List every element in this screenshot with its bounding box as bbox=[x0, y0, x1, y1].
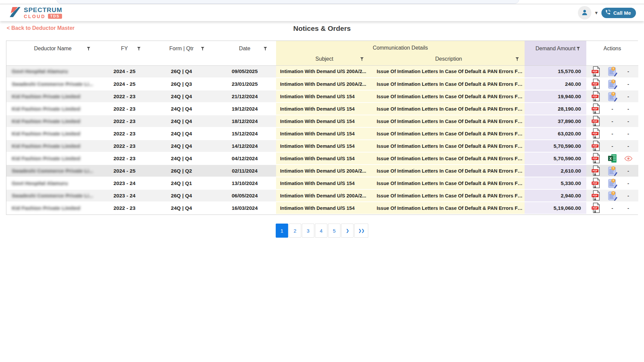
description-cell: Issue Of Intimation Letters In Case Of D… bbox=[373, 165, 525, 177]
date-cell: 19/12/2024 bbox=[213, 103, 276, 115]
description-cell: Issue Of Intimation Letters In Case Of D… bbox=[373, 90, 525, 103]
svg-text:PDF: PDF bbox=[593, 132, 598, 135]
pdf-download-icon[interactable]: PDF bbox=[589, 78, 604, 89]
column-header-fy: FY bbox=[99, 41, 150, 65]
filter-icon[interactable] bbox=[576, 46, 580, 52]
page-button-4[interactable]: 4 bbox=[315, 224, 327, 238]
page-head: < Back to Deductor Master Notices & Orde… bbox=[0, 21, 644, 37]
deductor-name-cell: Kid Fashion Private Limited bbox=[6, 152, 99, 165]
table-row[interactable]: Kid Fashion Private Limited2022 - 2324Q … bbox=[6, 103, 638, 115]
notices-table-body: Govt Hospital Alamuru2024 - 2526Q | Q409… bbox=[6, 65, 638, 214]
column-label: FY bbox=[121, 46, 128, 51]
user-avatar[interactable] bbox=[578, 6, 591, 19]
raise-query-icon[interactable]: ? bbox=[605, 166, 620, 176]
fy-cell: 2022 - 23 bbox=[99, 152, 150, 165]
pagination-last-button[interactable]: ❯❯ bbox=[354, 224, 368, 238]
filter-icon[interactable] bbox=[137, 46, 141, 52]
column-group-communication-details: Communication Details bbox=[276, 41, 525, 54]
pdf-download-icon[interactable]: PDF bbox=[589, 66, 604, 77]
date-cell: 02/11/2024 bbox=[213, 165, 276, 177]
filter-icon[interactable] bbox=[515, 57, 519, 63]
deductor-name-cell: Swadeshi Commerce Private Li... bbox=[6, 189, 99, 202]
description-cell: Issue Of Intimation Letters In Case Of D… bbox=[373, 177, 525, 189]
fy-cell: 2022 - 23 bbox=[99, 140, 150, 152]
no-action-dash: - bbox=[621, 131, 636, 137]
svg-text:PDF: PDF bbox=[593, 144, 598, 147]
column-label: Description bbox=[435, 56, 462, 62]
demand-amount-cell: 240.00 bbox=[525, 78, 586, 90]
fy-cell: 2022 - 23 bbox=[99, 103, 150, 115]
notices-table: Deductor Name FY Form | Qtr Date Communi… bbox=[6, 41, 638, 215]
pdf-download-icon[interactable]: PDF bbox=[589, 128, 604, 139]
form-qtr-cell: 24Q | Q1 bbox=[150, 177, 213, 189]
actions-cell: PDF?- bbox=[586, 165, 638, 177]
column-header-subject: Subject bbox=[276, 54, 373, 65]
demand-amount-cell: 19,940.00 bbox=[525, 90, 586, 103]
raise-query-icon[interactable]: ? bbox=[605, 66, 620, 76]
pagination-next-button[interactable]: ❯ bbox=[341, 224, 354, 238]
table-row[interactable]: Govt Hospital Alamuru2024 - 2526Q | Q409… bbox=[6, 65, 638, 78]
filter-icon[interactable] bbox=[263, 46, 267, 52]
table-row[interactable]: Kid Fashion Private Limited2022 - 2324Q … bbox=[6, 90, 638, 103]
table-row[interactable]: Kid Fashion Private Limited2022 - 2324Q … bbox=[6, 127, 638, 140]
description-cell: Issue Of Intimation Letters In Case Of D… bbox=[373, 189, 525, 202]
pdf-download-icon[interactable]: PDF bbox=[589, 116, 604, 127]
pdf-download-icon[interactable]: PDF bbox=[589, 103, 604, 114]
page-button-1[interactable]: 1 bbox=[276, 224, 288, 238]
svg-text:?: ? bbox=[612, 67, 614, 70]
fy-cell: 2022 - 23 bbox=[99, 127, 150, 140]
filter-icon[interactable] bbox=[87, 46, 91, 52]
table-row[interactable]: Swadeshi Commerce Private Li...2024 - 25… bbox=[6, 78, 638, 90]
view-icon[interactable] bbox=[621, 156, 636, 161]
no-action-dash: - bbox=[605, 118, 620, 124]
excel-download-icon[interactable]: X bbox=[605, 154, 620, 163]
table-row[interactable]: Kid Fashion Private Limited2022 - 2324Q … bbox=[6, 202, 638, 214]
deductor-name-cell: Swadeshi Commerce Private Li... bbox=[6, 78, 99, 90]
back-to-deductor-master-link[interactable]: < Back to Deductor Master bbox=[7, 25, 74, 31]
pdf-download-icon[interactable]: PDF bbox=[589, 165, 604, 176]
raise-query-icon[interactable]: ? bbox=[605, 79, 620, 89]
svg-text:PDF: PDF bbox=[593, 107, 598, 110]
demand-amount-cell: 5,330.00 bbox=[525, 177, 586, 189]
pdf-download-icon[interactable]: PDF bbox=[589, 178, 604, 189]
pdf-download-icon[interactable]: PDF bbox=[589, 202, 604, 214]
table-row[interactable]: Govt Hospital Alamuru2023 - 2424Q | Q113… bbox=[6, 177, 638, 189]
table-row[interactable]: Kid Fashion Private Limited2022 - 2324Q … bbox=[6, 115, 638, 127]
pdf-download-icon[interactable]: PDF bbox=[589, 153, 604, 164]
page-button-3[interactable]: 3 bbox=[302, 224, 314, 238]
page-button-5[interactable]: 5 bbox=[328, 224, 340, 238]
fy-cell: 2022 - 23 bbox=[99, 115, 150, 127]
filter-icon[interactable] bbox=[201, 46, 205, 52]
browser-bar-remnant bbox=[56, 0, 519, 4]
table-row[interactable]: Swadeshi Commerce Private Li...2023 - 24… bbox=[6, 189, 638, 202]
table-row[interactable]: Kid Fashion Private Limited2022 - 2324Q … bbox=[6, 140, 638, 152]
table-row[interactable]: Swadeshi Commerce Private Li...2024 - 25… bbox=[6, 165, 638, 177]
description-cell: Issue Of Intimation Letters In Case Of D… bbox=[373, 140, 525, 152]
call-me-button[interactable]: Call Me bbox=[601, 8, 636, 18]
chevron-down-icon[interactable]: ▼ bbox=[594, 10, 599, 15]
pdf-download-icon[interactable]: PDF bbox=[589, 140, 604, 152]
column-header-deductor-name: Deductor Name bbox=[6, 41, 99, 65]
logo-text: SPECTRUM CLOUD TDS bbox=[24, 7, 62, 19]
page-button-2[interactable]: 2 bbox=[289, 224, 301, 238]
no-action-dash: - bbox=[621, 81, 636, 87]
description-cell: Issue Of Intimation Letters In Case Of D… bbox=[373, 152, 525, 165]
svg-text:PDF: PDF bbox=[593, 82, 598, 85]
raise-query-icon[interactable]: ? bbox=[605, 178, 620, 188]
deductor-name-cell: Govt Hospital Alamuru bbox=[6, 65, 99, 78]
pdf-download-icon[interactable]: PDF bbox=[589, 91, 604, 102]
table-row[interactable]: Kid Fashion Private Limited2022 - 2324Q … bbox=[6, 152, 638, 165]
actions-cell: PDF?- bbox=[586, 177, 638, 189]
subject-cell: Intimation With Demand U/S 154 bbox=[276, 202, 373, 214]
subject-cell: Intimation With Demand U/S 154 bbox=[276, 152, 373, 165]
raise-query-icon[interactable]: ? bbox=[605, 191, 620, 201]
description-cell: Issue Of Intimation Letters In Case Of D… bbox=[373, 202, 525, 214]
notices-table-container: Deductor Name FY Form | Qtr Date Communi… bbox=[6, 41, 638, 215]
filter-icon[interactable] bbox=[360, 57, 364, 63]
pdf-download-icon[interactable]: PDF bbox=[589, 190, 604, 201]
raise-query-icon[interactable]: ? bbox=[605, 92, 620, 102]
demand-amount-cell: 63,020.00 bbox=[525, 127, 586, 140]
top-divider bbox=[0, 0, 644, 4]
deductor-name-cell: Kid Fashion Private Limited bbox=[6, 202, 99, 214]
svg-text:PDF: PDF bbox=[593, 169, 598, 172]
